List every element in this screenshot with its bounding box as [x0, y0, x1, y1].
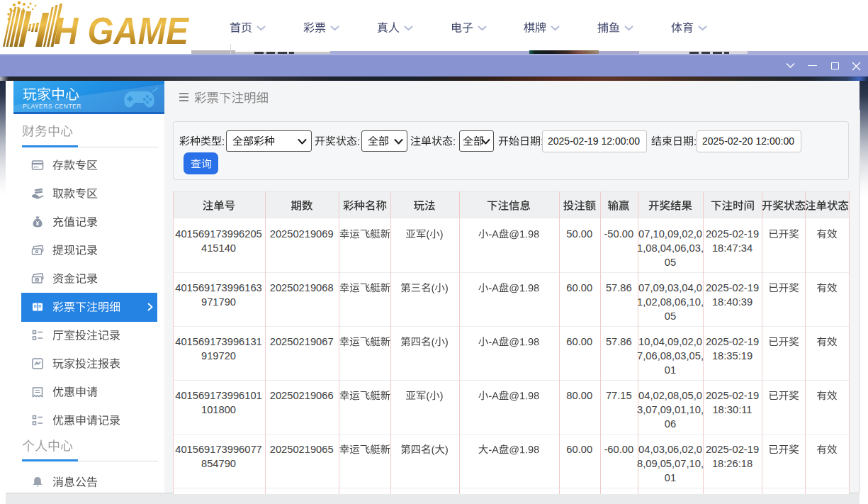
svg-text:H GAME: H GAME — [54, 9, 190, 50]
